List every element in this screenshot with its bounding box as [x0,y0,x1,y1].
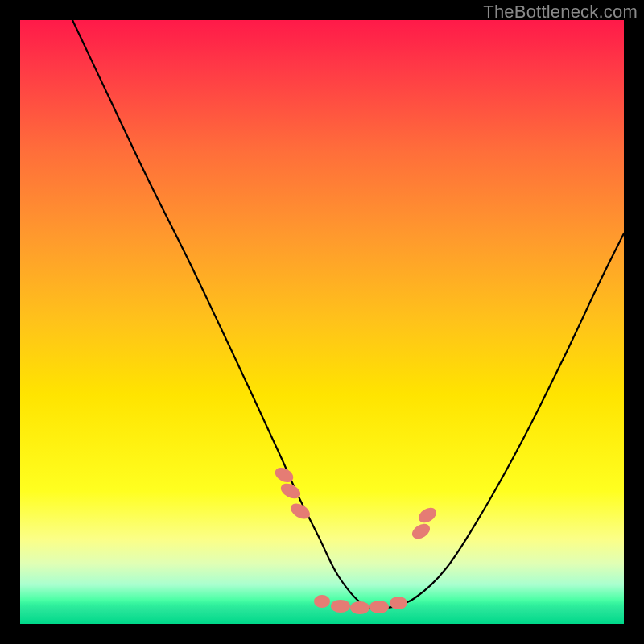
marker-group [273,464,440,614]
chart-svg [20,20,624,624]
curve-marker [331,600,350,613]
chart-frame: TheBottleneck.com [0,0,644,644]
curve-marker [314,595,330,608]
bottleneck-curve [72,20,624,609]
curve-marker [369,601,389,613]
plot-area [20,20,624,624]
curve-marker [416,505,440,526]
curve-marker [390,597,407,609]
curve-marker [350,601,369,614]
curve-marker [410,521,433,542]
